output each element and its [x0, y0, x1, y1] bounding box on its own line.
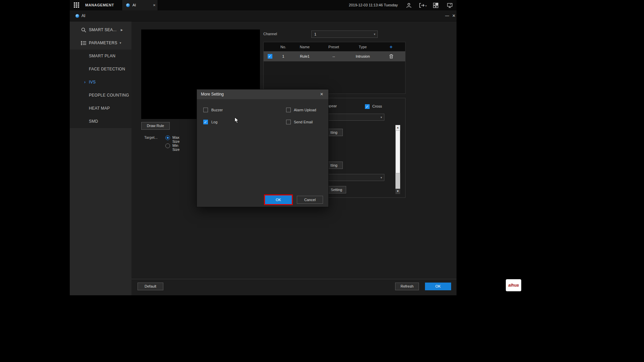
channel-value: 1	[314, 31, 316, 38]
appear-label-partial: ppear	[327, 104, 337, 108]
sidebar-item-label: SMART SEA...	[89, 23, 117, 37]
footer-divider	[131, 279, 457, 279]
sidebar-item-parameters[interactable]: PARAMETERS ▼	[70, 37, 131, 50]
sidebar-item-ivs[interactable]: › IVS	[70, 76, 131, 89]
scrollbar-thumb[interactable]	[395, 130, 400, 173]
monitor-icon[interactable]	[447, 2, 453, 8]
close-button[interactable]: ✕	[451, 10, 457, 21]
table-header: No. Name Preset Type +	[264, 42, 405, 51]
log-label: Log	[211, 120, 217, 124]
sidebar-item-smart-search[interactable]: SMART SEA... ▶	[70, 23, 131, 37]
sidebar-item-label: FACE DETECTION	[89, 63, 125, 76]
sidebar-item-smd[interactable]: SMD	[70, 115, 131, 128]
header-no: No.	[276, 45, 290, 49]
buzzer-checkbox[interactable]	[203, 108, 208, 112]
panel-scrollbar[interactable]: ▲ ▼	[395, 125, 400, 194]
parameters-submenu: SMART PLAN FACE DETECTION › IVS PEOPLE C…	[70, 50, 131, 128]
delete-rule-icon[interactable]	[389, 54, 393, 59]
channel-select[interactable]: 1 ▾	[311, 31, 378, 38]
management-label[interactable]: MANAGEMENT	[85, 0, 114, 10]
send-email-checkbox[interactable]	[286, 120, 291, 124]
dialog-close-icon[interactable]: ✕	[318, 89, 325, 99]
rule-checkbox[interactable]	[268, 54, 272, 59]
log-checkbox[interactable]	[203, 120, 208, 124]
mouse-cursor	[234, 117, 239, 124]
dialog-title: More Setting	[201, 89, 224, 99]
top-bar: MANAGEMENT AI ✕ 2019-12-03 11:13:46 Tues…	[70, 0, 457, 10]
chevron-down-icon: ▼	[119, 37, 122, 50]
sidebar-item-people-counting[interactable]: PEOPLE COUNTING	[70, 89, 131, 102]
draw-rule-button[interactable]: Draw Rule	[141, 122, 170, 130]
add-rule-button[interactable]: +	[377, 44, 405, 50]
layout-icon[interactable]	[433, 2, 439, 8]
more-setting-dialog: More Setting ✕ Buzzer Alarm Upload Log S…	[197, 89, 329, 207]
apps-grid-icon[interactable]	[74, 2, 79, 8]
target-label: Target...	[144, 135, 158, 139]
sidebar-item-label: SMD	[89, 115, 98, 128]
rule-preset: --	[319, 54, 348, 58]
ai-tab-label: AI	[132, 0, 136, 10]
chevron-down-icon: ▾	[380, 174, 382, 181]
default-button[interactable]: Default	[138, 283, 163, 290]
alarm-upload-label: Alarm Upload	[294, 108, 316, 112]
dialog-title-bar[interactable]: More Setting ✕	[197, 89, 328, 99]
user-icon[interactable]	[406, 2, 412, 8]
buzzer-label: Buzzer	[211, 108, 223, 112]
video-frame: MANAGEMENT AI ✕ 2019-12-03 11:13:46 Tues…	[0, 0, 644, 362]
send-email-label: Send Email	[294, 120, 313, 124]
sidebar-item-label: PARAMETERS	[89, 37, 117, 50]
rule-table: No. Name Preset Type + 1 Rule1 -- Intrus…	[263, 42, 406, 94]
logout-caret-icon[interactable]: ▾	[425, 4, 427, 7]
parameters-list-icon	[81, 40, 87, 46]
max-size-radio[interactable]	[165, 135, 170, 140]
sidebar: SMART SEA... ▶ PARAMETERS ▼ SMART PLAN	[70, 21, 131, 295]
min-size-label: Min Size	[172, 143, 179, 152]
channel-label: Channel	[263, 32, 277, 36]
rule-name: Rule1	[290, 54, 319, 58]
window-title: AI	[82, 10, 85, 21]
sidebar-item-label: IVS	[89, 76, 96, 89]
tab-close-icon[interactable]: ✕	[151, 0, 158, 10]
dahua-logo: alhua	[506, 279, 521, 291]
sidebar-item-smart-plan[interactable]: SMART PLAN	[70, 50, 131, 63]
scroll-up-icon[interactable]: ▲	[395, 125, 400, 130]
header-type: Type	[348, 45, 377, 49]
sidebar-item-heat-map[interactable]: HEAT MAP	[70, 102, 131, 115]
scroll-down-icon[interactable]: ▼	[395, 189, 400, 194]
app-window: MANAGEMENT AI ✕ 2019-12-03 11:13:46 Tues…	[70, 0, 457, 295]
ai-tab-icon	[126, 3, 130, 7]
direction-select[interactable]: ▾	[323, 114, 384, 121]
min-size-radio[interactable]	[165, 143, 170, 148]
dialog-cancel-button[interactable]: Cancel	[297, 196, 323, 204]
sidebar-item-face-detection[interactable]: FACE DETECTION	[70, 63, 131, 76]
cross-label: Cross	[372, 104, 382, 108]
chevron-down-icon: ▾	[374, 31, 375, 38]
datetime-display: 2019-12-03 11:13:46 Tuesday	[349, 0, 398, 10]
smart-search-icon	[81, 27, 87, 33]
tour-select[interactable]: ▾	[323, 174, 384, 181]
sidebar-item-label: HEAT MAP	[89, 102, 110, 115]
header-preset: Preset	[319, 45, 348, 49]
header-name: Name	[290, 45, 319, 49]
rule-type: Intrusion	[348, 54, 377, 58]
setting-button-3[interactable]: Setting	[327, 186, 346, 193]
refresh-button[interactable]: Refresh	[395, 283, 419, 290]
sidebar-item-label: SMART PLAN	[89, 50, 115, 63]
chevron-down-icon: ▾	[380, 114, 382, 121]
logout-icon[interactable]	[419, 2, 425, 8]
sidebar-item-label: PEOPLE COUNTING	[89, 89, 129, 102]
minimize-button[interactable]: —	[444, 10, 450, 21]
chevron-right-icon: ›	[84, 76, 86, 88]
ai-window-icon	[75, 14, 79, 18]
window-title-bar: AI — ✕	[70, 10, 457, 21]
arrow-right-icon: ▶	[121, 23, 123, 37]
max-size-label: Max Size	[172, 135, 179, 143]
tab-ai[interactable]: AI ✕	[122, 0, 158, 10]
alarm-upload-checkbox[interactable]	[286, 108, 291, 112]
dialog-ok-button[interactable]: OK	[265, 195, 292, 204]
rule-no: 1	[276, 54, 290, 58]
apply-ok-button[interactable]: OK	[425, 283, 451, 290]
table-row[interactable]: 1 Rule1 -- Intrusion	[264, 51, 405, 61]
cross-checkbox[interactable]	[365, 104, 370, 109]
